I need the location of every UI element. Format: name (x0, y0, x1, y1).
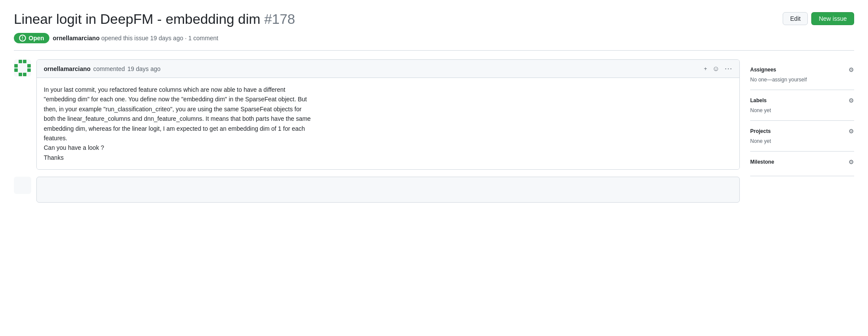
labels-title: Labels (750, 97, 767, 103)
comment-time: 19 days ago (127, 65, 160, 72)
comment-action: commented (93, 65, 125, 72)
timeline: ornellamarciano commented 19 days ago + … (14, 59, 740, 206)
main-layout: ornellamarciano commented 19 days ago + … (14, 59, 854, 206)
pixel (23, 73, 26, 76)
labels-section-header: Labels ⚙ (750, 97, 854, 104)
milestone-section-header: Milestone ⚙ (750, 158, 854, 165)
sidebar-assignees-section: Assignees ⚙ No one—assign yourself (750, 59, 854, 90)
pixel (27, 73, 31, 76)
pixel (19, 64, 22, 68)
pixel (23, 68, 26, 72)
pixel (23, 60, 26, 63)
pixel (19, 60, 22, 63)
comment-text-line-1: In your last commit, you refactored feat… (44, 85, 732, 162)
pixel (27, 64, 31, 68)
milestone-gear-icon[interactable]: ⚙ (849, 158, 854, 165)
labels-value: None yet (750, 107, 854, 113)
milestone-title: Milestone (750, 159, 774, 165)
labels-gear-icon[interactable]: ⚙ (849, 97, 854, 104)
edit-button[interactable]: Edit (783, 12, 808, 25)
comment-header-actions: + ☺ ··· (704, 64, 732, 73)
comment-header-left: ornellamarciano commented 19 days ago (44, 65, 161, 72)
assignees-value: No one—assign yourself (750, 77, 854, 83)
pixel (23, 64, 26, 68)
emoji-reaction-button[interactable]: ☺ (713, 65, 719, 73)
projects-section-header: Projects ⚙ (750, 128, 854, 135)
pixel (27, 60, 31, 63)
pixel (14, 73, 18, 76)
comment-wrapper: ornellamarciano commented 19 days ago + … (14, 59, 740, 170)
pixel (14, 60, 18, 63)
meta-action: opened this issue (101, 35, 149, 42)
sidebar-labels-section: Labels ⚙ None yet (750, 90, 854, 121)
pixel (14, 68, 18, 72)
comment-body: In your last commit, you refactored feat… (37, 78, 739, 169)
comment-author: ornellamarciano (44, 65, 91, 72)
projects-title: Projects (750, 128, 771, 134)
sidebar-milestone-section: Milestone ⚙ (750, 152, 854, 176)
avatar-pixel-art (14, 60, 31, 76)
meta-author: ornellamarciano (53, 35, 100, 42)
avatar (14, 59, 31, 77)
header-buttons: Edit New issue (783, 12, 854, 25)
assignees-gear-icon[interactable]: ⚙ (849, 66, 854, 73)
status-badge: ! Open (14, 33, 49, 43)
assignees-section-header: Assignees ⚙ (750, 66, 854, 73)
pixel (19, 68, 22, 72)
pixel (27, 68, 31, 72)
pixel (19, 73, 22, 76)
projects-value: None yet (750, 138, 854, 144)
status-icon: ! (19, 35, 26, 42)
projects-gear-icon[interactable]: ⚙ (849, 128, 854, 135)
issue-title: Linear logit in DeepFM - embedding dim #… (14, 10, 295, 28)
issue-number: #178 (264, 11, 295, 27)
stub-comment-box (36, 177, 740, 203)
comment-box: ornellamarciano commented 19 days ago + … (36, 59, 740, 170)
avatar-stub (14, 177, 31, 194)
meta-comment-count: 1 comment (188, 35, 218, 42)
pixel (14, 64, 18, 68)
plus-label[interactable]: + (704, 65, 707, 72)
sidebar: Assignees ⚙ No one—assign yourself Label… (750, 59, 854, 176)
meta-time: 19 days ago (150, 35, 183, 42)
meta-separator: · (185, 35, 187, 42)
comment-header: ornellamarciano commented 19 days ago + … (37, 60, 739, 78)
issue-title-text: Linear logit in DeepFM - embedding dim (14, 11, 260, 27)
new-issue-button[interactable]: New issue (811, 12, 854, 25)
more-options-button[interactable]: ··· (725, 64, 732, 73)
sidebar-projects-section: Projects ⚙ None yet (750, 121, 854, 152)
assignees-title: Assignees (750, 67, 776, 73)
issue-header: Linear logit in DeepFM - embedding dim #… (14, 10, 854, 28)
issue-meta: ! Open ornellamarciano opened this issue… (14, 33, 854, 51)
status-label: Open (29, 35, 44, 42)
issue-meta-text: ornellamarciano opened this issue 19 day… (53, 35, 218, 42)
comment-stub (14, 177, 740, 203)
